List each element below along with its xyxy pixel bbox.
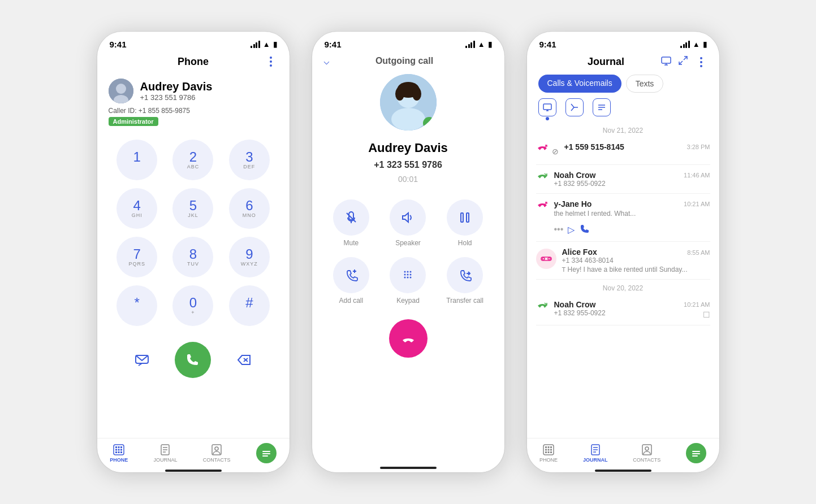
status-bar-1: 9:41 ▲ ▮: [97, 32, 290, 53]
nav-journal[interactable]: JOURNAL: [153, 444, 177, 463]
svg-point-46: [407, 277, 409, 279]
wifi-icon-2: ▲: [478, 40, 485, 49]
missed-call-icon: [536, 144, 549, 159]
backspace-button[interactable]: [233, 349, 256, 371]
admin-badge: Administrator: [109, 117, 158, 126]
mute-button[interactable]: Mute: [328, 199, 375, 247]
filter-screen-icon[interactable]: [538, 98, 556, 116]
nav-journal-3[interactable]: JOURNAL: [583, 444, 608, 463]
nav-avatar[interactable]: [256, 443, 277, 463]
add-call-button[interactable]: Add call: [328, 257, 375, 305]
list-item[interactable]: Alice Fox 8:55 AM +1 334 463-8014 T Hey!…: [536, 242, 710, 280]
journal-entry-info-5: Noah Crow +1 832 955-0922: [554, 300, 679, 317]
add-call-label: Add call: [339, 297, 363, 305]
svg-point-31: [412, 87, 421, 101]
battery-icon-3: ▮: [703, 40, 707, 49]
keypad-button[interactable]: Keypad: [385, 257, 431, 305]
blocked-icon: ⊘: [552, 147, 559, 156]
list-item[interactable]: ⊘ +1 559 515-8145 3:28 PM: [536, 137, 710, 165]
signal-icon-2: [465, 41, 475, 48]
status-icons-2: ▲ ▮: [465, 40, 491, 49]
wifi-icon-3: ▲: [693, 40, 700, 49]
nav-contacts-3[interactable]: CONTACTS: [633, 444, 660, 463]
dial-key-1[interactable]: 1: [116, 140, 157, 180]
bottom-nav-3: PHONE JOURNAL CONTACTS: [527, 438, 719, 469]
call-controls: Mute Speaker Hold: [312, 199, 504, 305]
dialpad: 1 2ABC 3DEF 4GHI 5JKL 6MNO 7PQRS 8TUV 9W…: [97, 129, 290, 336]
svg-rect-36: [467, 213, 469, 222]
caller-id-row: Caller ID: +1 855 855-9875 Administrator: [97, 103, 290, 129]
entry-snippet-3: the helmet I rented. What...: [554, 210, 679, 218]
svg-rect-49: [662, 57, 671, 63]
more-options-button[interactable]: [264, 55, 278, 68]
hold-button[interactable]: Hold: [442, 199, 489, 247]
status-bar-2: 9:41 ▲ ▮: [312, 32, 504, 53]
dial-key-hash[interactable]: #: [229, 285, 270, 326]
filter-list-icon[interactable]: [593, 98, 611, 116]
svg-rect-15: [118, 451, 120, 453]
journal-entry-info-4: Alice Fox 8:55 AM +1 334 463-8014 T Hey!…: [562, 247, 710, 273]
list-item[interactable]: y-Jane Ho the helmet I rented. What... 1…: [536, 194, 710, 242]
entry-time-5: 10:21 AM: [684, 301, 710, 308]
expand-icon[interactable]: [677, 55, 689, 69]
call-button[interactable]: [175, 342, 211, 378]
journal-more-button[interactable]: [694, 55, 708, 69]
dial-key-5[interactable]: 5JKL: [172, 188, 213, 229]
dial-key-4[interactable]: 4GHI: [116, 188, 157, 229]
minimize-button[interactable]: ⌵: [323, 55, 330, 67]
voicemail-call-icon: [536, 201, 549, 216]
svg-point-45: [404, 277, 406, 279]
outgoing-call-icon-2: [536, 301, 549, 316]
play-icon[interactable]: ▷: [568, 224, 575, 235]
tab-texts[interactable]: Texts: [626, 75, 664, 93]
speaker-button[interactable]: Speaker: [385, 199, 431, 247]
filter-expand-icon[interactable]: [565, 98, 584, 116]
screen-share-icon[interactable]: [660, 55, 672, 69]
date-divider-1: Nov 21, 2022: [536, 122, 710, 137]
svg-marker-34: [403, 213, 408, 222]
dial-key-6[interactable]: 6MNO: [229, 188, 270, 229]
dial-key-2[interactable]: 2ABC: [172, 140, 213, 180]
call-back-icon[interactable]: [579, 223, 589, 236]
transfer-call-button[interactable]: Transfer call: [442, 257, 489, 305]
dial-key-star[interactable]: *: [116, 285, 157, 326]
message-status-icon: ☐: [703, 310, 710, 319]
journal-top-bar: Journal: [527, 53, 719, 75]
dial-key-3[interactable]: 3DEF: [229, 140, 270, 180]
svg-rect-16: [120, 451, 122, 453]
action-bar: [97, 336, 290, 384]
page-title-1: Phone: [178, 56, 209, 68]
end-call-button[interactable]: [389, 319, 428, 358]
more-icon[interactable]: •••: [554, 224, 564, 234]
svg-rect-72: [545, 449, 547, 451]
nav-phone[interactable]: PHONE: [110, 444, 128, 463]
svg-rect-70: [547, 446, 549, 448]
list-item[interactable]: Noah Crow +1 832 955-0922 10:21 AM ☐: [536, 294, 710, 325]
nav-avatar-3[interactable]: [686, 443, 706, 463]
list-item[interactable]: Noah Crow +1 832 955-0922 11:46 AM: [536, 165, 710, 194]
entry-time-1: 3:28 PM: [687, 144, 710, 150]
entry-time-4: 8:55 AM: [687, 249, 710, 256]
svg-rect-77: [550, 451, 552, 453]
entry-time-2: 11:46 AM: [684, 172, 710, 179]
svg-rect-74: [550, 449, 552, 451]
status-time-2: 9:41: [325, 40, 342, 49]
nav-phone-3[interactable]: PHONE: [539, 444, 558, 463]
mute-label: Mute: [343, 239, 359, 247]
transfer-label: Transfer call: [446, 297, 483, 305]
dial-key-8[interactable]: 8TUV: [172, 237, 213, 277]
entry-name-2: Noah Crow: [554, 171, 679, 180]
message-button[interactable]: [131, 349, 153, 371]
top-bar-1: Phone: [97, 53, 290, 73]
phone-screen: 9:41 ▲ ▮ Phone Audre: [97, 32, 290, 472]
svg-point-22: [215, 447, 218, 450]
dial-key-0[interactable]: 0+: [172, 285, 213, 326]
svg-point-83: [645, 447, 649, 450]
dial-key-9[interactable]: 9WXYZ: [229, 237, 270, 277]
tab-calls-voicemails[interactable]: Calls & Voicemails: [538, 75, 621, 93]
svg-rect-75: [545, 451, 547, 453]
nav-contacts[interactable]: CONTACTS: [203, 444, 231, 463]
speaker-label: Speaker: [395, 239, 421, 247]
nav-journal-label-3: JOURNAL: [583, 457, 608, 463]
dial-key-7[interactable]: 7PQRS: [116, 237, 157, 277]
